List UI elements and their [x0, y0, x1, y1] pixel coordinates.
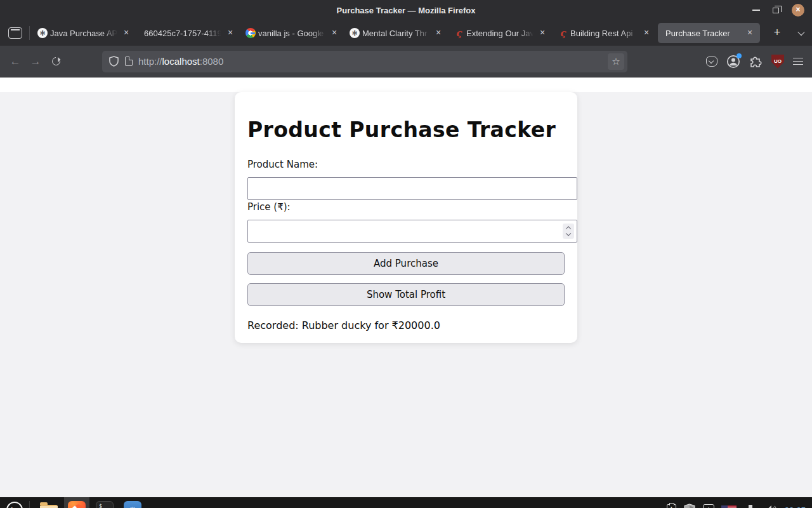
tab-close-icon[interactable] [121, 28, 131, 38]
system-taskbar: $_ 02:05 [0, 497, 812, 508]
price-label: Price (₹): [247, 201, 565, 213]
tab-separator [29, 26, 30, 40]
taskbar-separator [29, 501, 30, 508]
system-tray: 02:05 [667, 504, 806, 508]
window-controls [752, 0, 804, 20]
tab-purchase-tracker-active[interactable]: Purchase Tracker [658, 23, 760, 43]
menu-launcher[interactable] [0, 502, 29, 508]
product-name-label: Product Name: [247, 159, 565, 170]
firefox-view-icon[interactable] [8, 27, 22, 39]
tab-label: Building Rest Api [570, 29, 639, 38]
account-button[interactable] [726, 55, 740, 69]
tab-close-icon[interactable] [537, 28, 547, 38]
page-info-icon[interactable] [125, 57, 133, 66]
page-title: Product Purchase Tracker [247, 117, 565, 142]
tab-label: Mental Clarity Thr [362, 29, 431, 38]
reload-button[interactable] [46, 51, 66, 72]
show-total-profit-button[interactable]: Show Total Profit [247, 283, 565, 306]
tab-close-icon[interactable] [225, 28, 235, 38]
tab-close-icon[interactable] [641, 28, 652, 38]
spinner-down-icon[interactable] [566, 231, 571, 236]
firefox-icon [68, 501, 86, 508]
tab-close-icon[interactable] [329, 28, 339, 38]
tab-label: Extending Our Jav [466, 29, 535, 38]
toolbar-right-icons: UO [706, 55, 803, 69]
navigation-toolbar: http://localhost:8080 UO [0, 46, 812, 77]
tab-label: 660425c7-1757-4119- [144, 29, 223, 38]
taskbar-files-button[interactable] [36, 497, 62, 508]
terminal-icon: $_ [96, 501, 114, 508]
clock[interactable]: 02:05 [785, 505, 806, 508]
window-title: Purchase Tracker — Mozilla Firefox [0, 6, 812, 15]
tab-uuid[interactable]: 660425c7-1757-4119- [136, 20, 240, 46]
reload-icon [50, 55, 62, 67]
back-button[interactable] [5, 51, 25, 72]
tab-label: vanilla js - Google [258, 29, 327, 38]
maximize-button[interactable] [773, 8, 779, 13]
chatgpt-icon [350, 28, 360, 38]
price-input[interactable] [247, 220, 577, 243]
tab-close-icon[interactable] [433, 28, 443, 38]
tab-java-purchase-api[interactable]: Java Purchase API [32, 20, 136, 46]
browser-viewport: Product Purchase Tracker Product Name: P… [0, 92, 812, 497]
url-bar[interactable]: http://localhost:8080 [102, 51, 627, 72]
add-purchase-button[interactable]: Add Purchase [247, 252, 565, 275]
bookmark-star-icon[interactable] [608, 53, 624, 70]
forward-button[interactable] [25, 51, 46, 72]
url-port: :8080 [200, 56, 224, 67]
chatgpt-icon [37, 28, 48, 38]
taskbar-firefox-button[interactable] [64, 497, 89, 508]
forward-arrow-icon [30, 55, 41, 68]
window-titlebar: Purchase Tracker — Mozilla Firefox [0, 0, 812, 20]
tab-list-dropdown-button[interactable] [793, 25, 809, 41]
tab-mental-clarity[interactable]: Mental Clarity Thr [344, 20, 449, 46]
product-name-input[interactable] [247, 177, 577, 200]
red-swirl-icon [454, 28, 464, 38]
pocket-icon[interactable] [706, 57, 717, 67]
url-host: localhost [162, 56, 200, 67]
removable-media-icon[interactable] [703, 504, 714, 508]
back-arrow-icon [10, 55, 21, 68]
purchase-tracker-card: Product Purchase Tracker Product Name: P… [235, 92, 577, 343]
red-swirl-icon [558, 28, 568, 38]
menu-hamburger-icon[interactable] [793, 58, 803, 65]
network-icon[interactable] [743, 504, 757, 508]
coral-app-icon [124, 501, 141, 508]
keyboard-layout-us-flag-icon[interactable] [721, 505, 737, 508]
tab-vanilla-js-google[interactable]: vanilla js - Google [240, 20, 344, 46]
folder-icon [40, 505, 58, 508]
tab-label: Java Purchase API [50, 29, 119, 38]
tab-close-icon[interactable] [745, 28, 755, 38]
ublock-shield-icon[interactable]: UO [771, 55, 784, 69]
recorded-status-text: Recorded: Rubber ducky for ₹20000.0 [247, 319, 565, 331]
chevron-down-icon [797, 29, 804, 36]
number-spinner[interactable] [563, 224, 574, 239]
tab-bar: Java Purchase API 660425c7-1757-4119- va… [0, 20, 812, 46]
taskbar-terminal-button[interactable]: $_ [92, 497, 117, 508]
url-scheme: http:// [138, 56, 162, 67]
clipboard-alert-icon[interactable] [667, 504, 676, 508]
minimize-button[interactable] [752, 10, 760, 11]
url-text: http://localhost:8080 [138, 56, 223, 67]
tab-extending-our-java[interactable]: Extending Our Jav [449, 20, 553, 46]
linux-mint-logo-icon [6, 502, 23, 508]
tracking-shield-icon[interactable] [109, 56, 119, 67]
new-tab-button[interactable] [769, 25, 785, 41]
google-icon [246, 28, 256, 38]
notification-dot [737, 53, 742, 58]
ublock-badge-text: UO [774, 58, 782, 64]
tab-label: Purchase Tracker [665, 29, 742, 38]
price-input-wrapper [247, 220, 577, 243]
extensions-puzzle-icon[interactable] [749, 55, 763, 68]
tab-building-rest-api[interactable]: Building Rest Api [553, 20, 657, 46]
close-button[interactable] [792, 4, 804, 17]
volume-icon[interactable] [764, 504, 778, 508]
taskbar-blue-app-button[interactable] [120, 497, 145, 508]
update-shield-icon[interactable] [683, 504, 696, 508]
